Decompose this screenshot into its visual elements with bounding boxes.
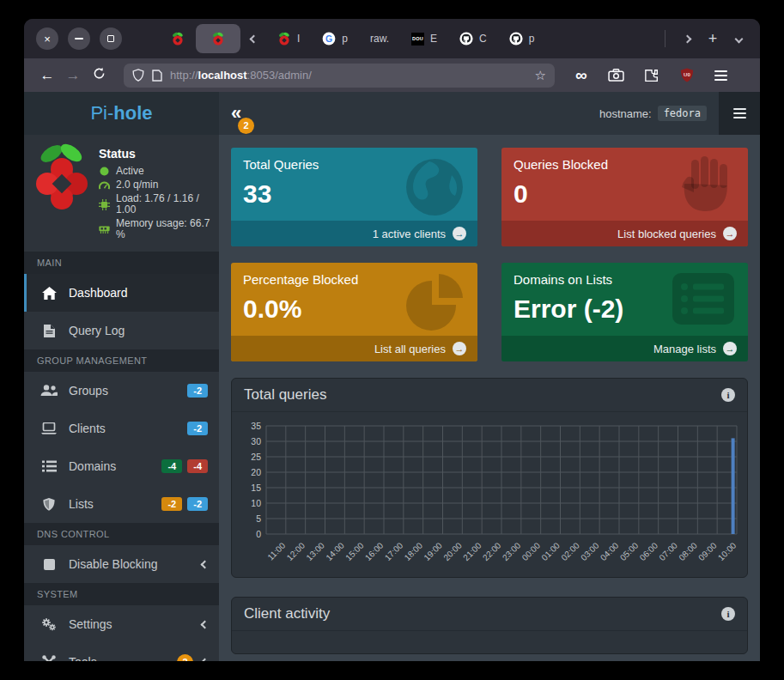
page-info-icon[interactable] <box>152 70 162 82</box>
new-tab-button[interactable]: + <box>700 26 726 52</box>
pihole-brand[interactable]: Pi-hole <box>24 92 219 135</box>
tab[interactable]: I <box>266 24 311 53</box>
sidebar-item-groups[interactable]: Groups-2 <box>24 372 219 410</box>
tab-active[interactable] <box>196 24 240 53</box>
minimize-button[interactable] <box>68 27 90 50</box>
sidebar-item-disable-blocking[interactable]: Disable Blocking <box>24 545 219 583</box>
svg-text:21:00: 21:00 <box>461 540 483 562</box>
svg-text:00:00: 00:00 <box>520 540 543 562</box>
url-text[interactable]: http://localhost:8053/admin/ <box>170 69 312 82</box>
menu-item-label: Query Log <box>69 324 125 337</box>
pinned-tab[interactable] <box>165 32 191 46</box>
sidebar-item-dashboard[interactable]: Dashboard <box>24 274 219 312</box>
dou-favicon: DOU <box>411 33 424 46</box>
tab-bar: × IGpraw.DOUECp + <box>24 19 760 58</box>
navigation-toolbar: ← → http://localhost:8053/admin/ ☆ ∞ U0 <box>24 58 760 92</box>
window-controls: × <box>36 27 122 50</box>
tab[interactable]: raw. <box>359 24 400 53</box>
info-icon[interactable]: i <box>721 388 735 402</box>
tab[interactable]: C <box>448 24 498 53</box>
sidebar-item-lists[interactable]: Lists-2-2 <box>24 485 219 523</box>
pihole-favicon <box>211 32 225 46</box>
svg-text:11:00: 11:00 <box>265 540 287 562</box>
file-icon <box>40 325 58 337</box>
svg-text:G: G <box>325 33 332 44</box>
count-badge: -4 <box>161 459 182 473</box>
minimize-icon <box>75 38 83 39</box>
svg-text:20:00: 20:00 <box>441 540 464 562</box>
svg-text:0: 0 <box>256 529 261 539</box>
tab-title: C <box>479 33 487 45</box>
card-title: Total Queries <box>243 157 465 172</box>
svg-text:20: 20 <box>251 467 261 477</box>
status-title: Status <box>99 147 212 161</box>
circle-icon <box>99 167 110 176</box>
reload-button[interactable] <box>86 67 112 84</box>
count-badge: -2 <box>187 497 208 511</box>
hostname-value: fedora <box>658 106 707 121</box>
svg-text:14:00: 14:00 <box>324 540 346 562</box>
tab[interactable]: DOUE <box>400 24 448 53</box>
app-menu-button[interactable] <box>714 70 727 81</box>
svg-text:13:00: 13:00 <box>304 540 326 562</box>
card-footer-label: List all queries <box>374 343 446 355</box>
card-title: Queries Blocked <box>514 157 736 172</box>
forward-button[interactable]: → <box>60 67 86 84</box>
bookmark-star-icon[interactable]: ☆ <box>535 68 546 83</box>
sidebar-collapse-button[interactable]: « 2 <box>231 104 241 123</box>
screenshot-camera-icon[interactable] <box>608 69 624 82</box>
card-title: Percentage Blocked <box>243 272 465 287</box>
scroll-tabs-left-button[interactable] <box>240 26 266 52</box>
hostname: hostname: fedora <box>599 106 707 121</box>
card-footer-link[interactable]: List blocked queries→ <box>501 221 748 246</box>
sidebar-item-tools[interactable]: Tools2 <box>24 643 219 661</box>
header-main: « 2 hostname: fedora <box>219 92 719 135</box>
list-tabs-button[interactable] <box>726 26 751 52</box>
extensions-puzzle-icon[interactable] <box>645 68 659 82</box>
card-percentage-blocked: Percentage Blocked0.0%List all queries→ <box>231 263 477 361</box>
scroll-tabs-right-button[interactable] <box>674 26 700 52</box>
card-footer-link[interactable]: List all queries→ <box>231 336 477 361</box>
maximize-button[interactable] <box>100 27 122 50</box>
svg-text:10:00: 10:00 <box>716 540 738 562</box>
status-item: Load: 1.76 / 1.16 / 1.00 <box>99 193 212 216</box>
sidebar-item-domains[interactable]: Domains-4-4 <box>24 447 219 485</box>
arrow-circle-right-icon: → <box>723 227 737 240</box>
card-footer-link[interactable]: Manage lists→ <box>501 336 748 361</box>
svg-text:15: 15 <box>251 483 261 493</box>
url-bar[interactable]: http://localhost:8053/admin/ ☆ <box>124 64 555 88</box>
page-header: Pi-hole « 2 hostname: fedora <box>24 92 760 135</box>
sidebar: Status Active2.0 q/minLoad: 1.76 / 1.16 … <box>24 135 219 661</box>
ublock-origin-icon[interactable]: U0 <box>680 68 694 82</box>
chevron-right-icon <box>683 34 691 43</box>
svg-text:05:00: 05:00 <box>618 540 641 562</box>
card-footer-label: 1 active clients <box>373 228 446 240</box>
chevron-left-icon <box>249 34 258 43</box>
arrow-circle-right-icon: → <box>723 342 737 355</box>
count-badge: -2 <box>187 384 208 398</box>
back-button[interactable]: ← <box>34 67 60 84</box>
client-activity-chart <box>232 631 747 653</box>
list-icon <box>40 460 58 472</box>
svg-text:04:00: 04:00 <box>599 540 621 562</box>
status-text: Memory usage: 66.7 % <box>116 218 212 240</box>
close-button[interactable]: × <box>36 27 58 50</box>
header-menu-button[interactable] <box>719 92 760 135</box>
status-text: 2.0 q/min <box>116 179 158 191</box>
sidebar-item-clients[interactable]: Clients-2 <box>24 410 219 447</box>
menu-item-label: Dashboard <box>69 286 128 300</box>
hostname-label: hostname: <box>599 107 652 120</box>
tab-title: p <box>342 33 348 45</box>
info-icon[interactable]: i <box>721 607 735 621</box>
menu-item-label: Settings <box>69 617 112 631</box>
shield-permissions-icon[interactable] <box>132 69 144 82</box>
tools-icon <box>40 655 58 661</box>
sidebar-item-query-log[interactable]: Query Log <box>24 312 219 349</box>
firefox-view-icon[interactable]: ∞ <box>575 66 587 85</box>
chevron-left-icon <box>201 658 210 661</box>
sidebar-item-settings[interactable]: Settings <box>24 605 219 643</box>
google-favicon: G <box>322 32 336 46</box>
tab[interactable]: p <box>498 24 546 53</box>
tab[interactable]: Gp <box>311 24 359 53</box>
card-footer-link[interactable]: 1 active clients→ <box>231 221 477 246</box>
